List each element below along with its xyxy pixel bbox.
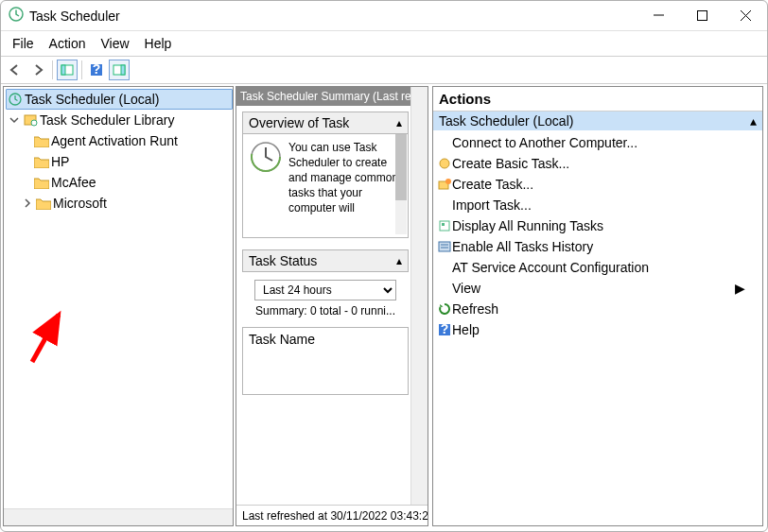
taskname-label: Task Name: [249, 332, 315, 347]
action-label: Enable All Tasks History: [452, 239, 593, 254]
menu-view[interactable]: View: [93, 34, 136, 53]
clock-icon: [8, 92, 23, 107]
history-icon: [437, 239, 452, 254]
summary-header: Task Scheduler Summary (Last refreshe: [236, 87, 428, 106]
svg-rect-18: [439, 242, 450, 251]
help-icon: ?: [437, 322, 452, 337]
action-create-basic-task[interactable]: Create Basic Task...: [433, 153, 762, 174]
menubar: File Action View Help: [1, 31, 767, 56]
tree-library-node[interactable]: Task Scheduler Library: [6, 110, 233, 130]
action-label: Display All Running Tasks: [452, 218, 603, 233]
svg-rect-17: [442, 223, 445, 226]
toolbar-separator: [81, 60, 82, 79]
tree-node-label: HP: [51, 154, 69, 169]
action-label: Refresh: [452, 301, 498, 317]
overview-box: You can use Task Scheduler to create and…: [242, 134, 409, 238]
action-refresh[interactable]: Refresh: [433, 299, 762, 319]
status-summary: Summary: 0 total - 0 runni...: [242, 304, 409, 323]
chevron-right-icon[interactable]: [21, 193, 34, 214]
forward-button[interactable]: [27, 60, 48, 80]
tree-node-label: Task Scheduler Library: [40, 112, 174, 128]
chevron-down-icon[interactable]: [8, 110, 21, 130]
action-display-running[interactable]: Display All Running Tasks: [433, 215, 762, 236]
minimize-button[interactable]: [637, 1, 680, 31]
back-button[interactable]: [5, 60, 26, 80]
actions-list: Connect to Another Computer... Create Ba…: [433, 130, 762, 342]
folder-icon: [36, 197, 51, 210]
taskname-box: Task Name: [242, 327, 409, 395]
svg-rect-1: [697, 11, 707, 21]
last-refreshed: Last refreshed at 30/11/2022 03:43:22: [236, 505, 428, 525]
tree-pane: Task Scheduler (Local) Task Scheduler Li…: [3, 86, 234, 526]
action-label: Create Basic Task...: [452, 156, 569, 171]
submenu-arrow-icon: ▶: [735, 281, 745, 296]
actions-subtitle[interactable]: Task Scheduler (Local) ▴: [433, 112, 762, 130]
main-area: Task Scheduler (Local) Task Scheduler Li…: [1, 84, 767, 528]
action-import-task[interactable]: Import Task...: [433, 195, 762, 215]
inner-scrollbar[interactable]: [395, 134, 407, 234]
blank-icon: [437, 197, 452, 213]
tree-child-node[interactable]: Microsoft: [6, 193, 233, 214]
maximize-button[interactable]: [680, 1, 724, 31]
action-connect[interactable]: Connect to Another Computer...: [433, 132, 762, 153]
action-label: Help: [452, 322, 480, 337]
overview-text: You can use Task Scheduler to create and…: [288, 140, 402, 232]
actions-subtitle-label: Task Scheduler (Local): [439, 113, 573, 129]
tree-child-node[interactable]: HP: [6, 151, 233, 172]
actions-pane: Actions Task Scheduler (Local) ▴ Connect…: [432, 86, 763, 526]
overview-section-header[interactable]: Overview of Task ▴: [242, 112, 409, 134]
collapse-icon[interactable]: ▴: [396, 254, 402, 267]
tree-node-label: Microsoft: [53, 196, 107, 211]
action-enable-history[interactable]: Enable All Tasks History: [433, 236, 762, 257]
collapse-icon[interactable]: ▴: [750, 113, 757, 129]
action-label: Create Task...: [452, 177, 533, 192]
show-hide-tree-button[interactable]: [57, 60, 78, 80]
create-task-icon: [437, 177, 452, 192]
action-view[interactable]: View ▶: [433, 278, 762, 299]
summary-body: Overview of Task ▴ You can use Task Sche…: [236, 106, 428, 505]
app-title: Task Scheduler: [29, 9, 637, 24]
action-label: View: [452, 281, 480, 296]
action-create-task[interactable]: Create Task...: [433, 174, 762, 195]
action-help[interactable]: ? Help: [433, 319, 762, 340]
section-title: Overview of Task: [249, 115, 349, 130]
running-tasks-icon: [437, 218, 452, 233]
vertical-scrollbar[interactable]: [410, 87, 428, 505]
svg-text:?: ?: [93, 63, 101, 77]
collapse-icon[interactable]: ▴: [396, 116, 402, 129]
action-label: AT Service Account Configuration: [452, 260, 649, 275]
actions-title: Actions: [433, 87, 762, 112]
blank-icon: [437, 135, 452, 150]
tree-node-label: Task Scheduler (Local): [25, 92, 159, 107]
toolbar: ?: [1, 56, 767, 84]
svg-text:?: ?: [441, 323, 449, 336]
svg-point-15: [445, 179, 451, 184]
tree-child-node[interactable]: Agent Activation Runt: [6, 130, 233, 151]
svg-rect-3: [61, 65, 65, 75]
svg-rect-7: [121, 65, 125, 75]
status-section-header[interactable]: Task Status ▴: [242, 249, 409, 272]
blank-icon: [437, 260, 452, 275]
folder-icon: [34, 177, 49, 189]
tree-node-label: McAfee: [51, 175, 96, 190]
show-hide-action-button[interactable]: [109, 60, 130, 80]
app-icon: [9, 7, 24, 25]
menu-file[interactable]: File: [5, 34, 42, 53]
close-button[interactable]: [724, 1, 767, 31]
tree-root-node[interactable]: Task Scheduler (Local): [6, 89, 233, 110]
folder-icon: [34, 156, 49, 168]
library-icon: [23, 112, 38, 128]
basic-task-icon: [437, 156, 452, 171]
refresh-icon: [437, 301, 452, 317]
section-title: Task Status: [249, 253, 317, 268]
blank-icon: [437, 281, 452, 296]
horizontal-scrollbar[interactable]: [4, 508, 233, 525]
tree-child-node[interactable]: McAfee: [6, 172, 233, 193]
action-label: Connect to Another Computer...: [452, 135, 637, 150]
menu-help[interactable]: Help: [137, 34, 180, 53]
menu-action[interactable]: Action: [42, 34, 94, 53]
status-range-select[interactable]: Last 24 hours: [254, 280, 396, 300]
action-at-service[interactable]: AT Service Account Configuration: [433, 257, 762, 278]
help-button[interactable]: ?: [86, 60, 107, 80]
action-label: Import Task...: [452, 197, 532, 213]
